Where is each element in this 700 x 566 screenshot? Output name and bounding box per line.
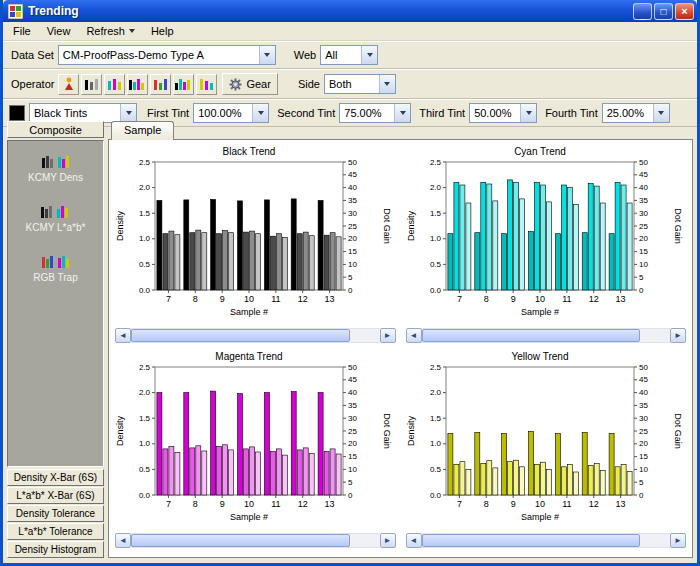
maximize-icon: □ xyxy=(660,6,666,17)
sidebar-item-kcmy-dens[interactable]: KCMY Dens xyxy=(28,153,83,183)
svg-text:35: 35 xyxy=(639,400,648,409)
charts-panel: Black Trend0.00.51.01.52.02.505101520253… xyxy=(108,139,693,558)
svg-text:0.5: 0.5 xyxy=(429,260,441,269)
side-combobox[interactable]: Both xyxy=(324,74,396,94)
scrollbar-thumb[interactable] xyxy=(131,534,350,547)
toolbar-view-button-6[interactable] xyxy=(196,74,217,95)
toolbar-view-button-3[interactable] xyxy=(127,74,148,95)
svg-text:2.5: 2.5 xyxy=(429,362,441,371)
operator-button[interactable] xyxy=(58,74,79,95)
scroll-right-button[interactable]: ► xyxy=(380,328,396,343)
svg-text:45: 45 xyxy=(348,170,357,179)
scrollbar-track[interactable] xyxy=(422,533,671,548)
minimize-button[interactable]: _ xyxy=(633,3,652,20)
svg-text:12: 12 xyxy=(588,499,598,509)
menu-file[interactable]: File xyxy=(5,23,39,39)
gear-button[interactable]: Gear xyxy=(222,73,277,95)
svg-text:Sample #: Sample # xyxy=(230,307,268,317)
density-tolerance-button[interactable]: Density Tolerance xyxy=(7,505,104,522)
svg-text:25: 25 xyxy=(639,426,648,435)
scroll-left-button[interactable]: ◄ xyxy=(406,328,422,343)
data-set-combobox[interactable]: CM-ProofPass-Demo Type A xyxy=(58,45,276,65)
svg-text:35: 35 xyxy=(348,400,357,409)
horizontal-scrollbar: ◄ ► xyxy=(115,533,396,548)
black-trend-chart: Black Trend0.00.51.01.52.02.505101520253… xyxy=(115,144,396,326)
scrollbar-thumb[interactable] xyxy=(422,534,641,547)
first-tint-value: 100.00% xyxy=(194,107,252,119)
scroll-left-button[interactable]: ◄ xyxy=(115,328,131,343)
kcmy-bars-icon xyxy=(175,77,192,91)
menu-refresh-label: Refresh xyxy=(86,25,125,37)
svg-text:30: 30 xyxy=(348,209,357,218)
tab-sample[interactable]: Sample xyxy=(111,121,174,140)
sidebar-item-rgb-trap[interactable]: RGB Trap xyxy=(33,253,77,283)
svg-text:Sample #: Sample # xyxy=(520,512,558,522)
scroll-right-button[interactable]: ► xyxy=(670,533,686,548)
svg-text:50: 50 xyxy=(348,362,357,371)
scroll-left-button[interactable]: ◄ xyxy=(406,533,422,548)
menu-refresh[interactable]: Refresh xyxy=(78,23,143,39)
gear-button-label: Gear xyxy=(246,78,270,90)
toolbar-view-button-2[interactable] xyxy=(104,74,125,95)
toolbar-view-button-1[interactable] xyxy=(81,74,102,95)
kcmy-lab-icon xyxy=(40,203,70,219)
web-combobox[interactable]: All xyxy=(320,45,378,65)
menu-file-label: File xyxy=(13,25,31,37)
scroll-right-button[interactable]: ► xyxy=(380,533,396,548)
scrollbar-thumb[interactable] xyxy=(131,329,350,342)
svg-text:25: 25 xyxy=(348,426,357,435)
toolbar-view-button-4[interactable] xyxy=(150,74,171,95)
svg-text:0.5: 0.5 xyxy=(139,464,151,473)
density-histogram-button[interactable]: Density Histogram xyxy=(7,541,104,558)
svg-text:13: 13 xyxy=(615,294,625,304)
horizontal-scrollbar: ◄ ► xyxy=(406,328,687,343)
yellow-trend-cell: Yellow Trend0.00.51.01.52.02.50510152025… xyxy=(406,349,687,552)
cmy-bars-icon xyxy=(107,77,122,91)
lab-xbar-button[interactable]: L*a*b* X-Bar (6S) xyxy=(7,487,104,504)
yellow-trend-chart: Yellow Trend0.00.51.01.52.02.50510152025… xyxy=(406,349,687,531)
third-tint-value: 50.00% xyxy=(470,107,520,119)
scrollbar-track[interactable] xyxy=(131,533,380,548)
toolbar-dataset: Data Set CM-ProofPass-Demo Type A Web Al… xyxy=(3,41,697,69)
maximize-button[interactable]: □ xyxy=(654,3,673,20)
svg-text:8: 8 xyxy=(193,294,198,304)
toolbar-view-button-5[interactable] xyxy=(173,74,194,95)
density-xbar-button[interactable]: Density X-Bar (6S) xyxy=(7,469,104,486)
svg-text:30: 30 xyxy=(348,413,357,422)
svg-text:1.0: 1.0 xyxy=(139,439,151,448)
scrollbar-track[interactable] xyxy=(422,328,671,343)
svg-text:Sample #: Sample # xyxy=(230,512,268,522)
composite-button[interactable]: Composite xyxy=(7,121,104,138)
menu-view[interactable]: View xyxy=(39,23,79,39)
menu-help[interactable]: Help xyxy=(143,23,182,39)
magenta-trend-cell: Magenta Trend0.00.51.01.52.02.5051015202… xyxy=(115,349,396,552)
toolbar-views: Operator Gear Side xyxy=(3,69,697,99)
svg-text:8: 8 xyxy=(483,294,488,304)
gear-icon xyxy=(229,78,242,91)
scrollbar-thumb[interactable] xyxy=(422,329,641,342)
scroll-left-button[interactable]: ◄ xyxy=(115,533,131,548)
sidebar-item-kcmy-lab[interactable]: KCMY L*a*b* xyxy=(26,203,86,233)
data-set-label: Data Set xyxy=(11,49,54,61)
side-label: Side xyxy=(298,78,320,90)
rgb-trap-icon xyxy=(41,253,71,269)
close-icon: × xyxy=(681,5,687,17)
sidebar: Composite KCMY Dens KCMY L*a*b* RGB Trap… xyxy=(7,121,104,558)
tab-bar: Sample xyxy=(108,121,693,140)
sidebar-view-panel: KCMY Dens KCMY L*a*b* RGB Trap xyxy=(7,140,104,467)
scrollbar-track[interactable] xyxy=(131,328,380,343)
svg-text:0.0: 0.0 xyxy=(139,286,151,295)
gray-bars-icon xyxy=(84,77,99,91)
svg-text:Black Trend: Black Trend xyxy=(223,146,276,157)
lab-tolerance-button[interactable]: L*a*b* Tolerance xyxy=(7,523,104,540)
scroll-right-button[interactable]: ► xyxy=(670,328,686,343)
svg-text:15: 15 xyxy=(348,247,357,256)
svg-text:Density: Density xyxy=(406,210,416,241)
svg-text:40: 40 xyxy=(639,388,648,397)
svg-text:50: 50 xyxy=(639,362,648,371)
svg-text:20: 20 xyxy=(639,234,648,243)
svg-text:11: 11 xyxy=(562,499,571,509)
svg-text:2.0: 2.0 xyxy=(429,388,441,397)
close-button[interactable]: × xyxy=(675,3,694,20)
main-area: Sample Black Trend0.00.51.01.52.02.50510… xyxy=(108,121,693,558)
